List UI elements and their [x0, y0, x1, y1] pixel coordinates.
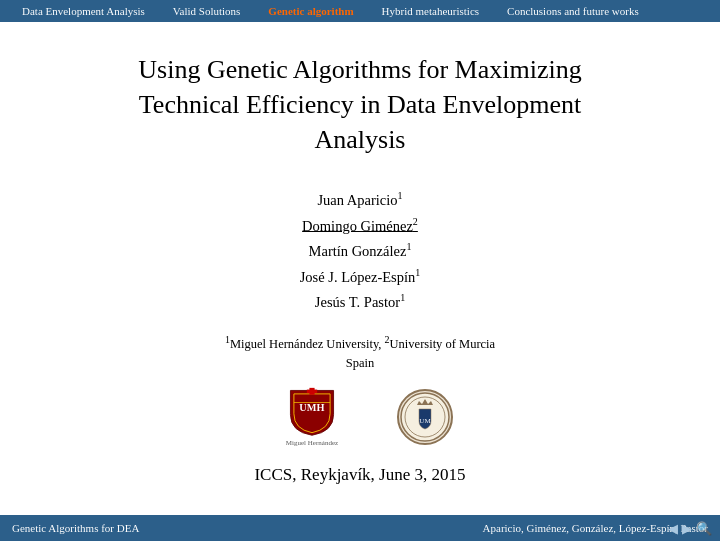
- nav-back-icon[interactable]: ◀: [668, 521, 678, 537]
- nav-item-hybrid[interactable]: Hybrid metaheuristics: [368, 5, 493, 17]
- affiliation-line1: 1Miguel Hernández University, 2Universit…: [225, 332, 495, 354]
- slide-content: Using Genetic Algorithms for Maximizing …: [0, 22, 720, 515]
- author-4: José J. López-Espín1: [300, 264, 421, 289]
- footer-icons: ◀ ▶ 🔍: [668, 521, 712, 537]
- slide-title-block: Using Genetic Algorithms for Maximizing …: [138, 52, 581, 157]
- logos-row: UMH Miguel Hernández UM: [267, 387, 453, 447]
- logo-mhu: UMH Miguel Hernández: [267, 387, 357, 447]
- author-2: Domingo Giménez2: [300, 213, 421, 238]
- search-icon[interactable]: 🔍: [696, 521, 712, 537]
- author-5: Jesús T. Pastor1: [300, 289, 421, 314]
- svg-text:UM: UM: [419, 417, 431, 425]
- conference-info: ICCS, Reykjavík, June 3, 2015: [254, 465, 465, 485]
- mhu-logo-text: Miguel Hernández: [286, 439, 338, 447]
- top-navigation: Data Envelopment Analysis Valid Solution…: [0, 0, 720, 22]
- logo-murcia: UM: [397, 389, 453, 445]
- author-3: Martín González1: [300, 238, 421, 263]
- svg-rect-3: [307, 390, 317, 393]
- nav-item-conclusions[interactable]: Conclusions and future works: [493, 5, 653, 17]
- murcia-logo-svg: UM: [399, 391, 451, 443]
- slide-title: Using Genetic Algorithms for Maximizing …: [138, 52, 581, 157]
- affiliations-block: 1Miguel Hernández University, 2Universit…: [225, 332, 495, 373]
- nav-item-genetic[interactable]: Genetic algorithm: [254, 5, 367, 17]
- mhu-logo-svg: UMH: [277, 387, 347, 437]
- nav-item-dea[interactable]: Data Envelopment Analysis: [8, 5, 159, 17]
- bottom-footer: Genetic Algorithms for DEA Aparicio, Gim…: [0, 515, 720, 541]
- nav-item-valid[interactable]: Valid Solutions: [159, 5, 255, 17]
- svg-text:UMH: UMH: [299, 402, 324, 413]
- authors-block: Juan Aparicio1 Domingo Giménez2 Martín G…: [300, 187, 421, 314]
- nav-forward-icon[interactable]: ▶: [682, 521, 692, 537]
- footer-title: Genetic Algorithms for DEA: [12, 522, 139, 534]
- affiliation-country: Spain: [225, 354, 495, 373]
- author-1: Juan Aparicio1: [300, 187, 421, 212]
